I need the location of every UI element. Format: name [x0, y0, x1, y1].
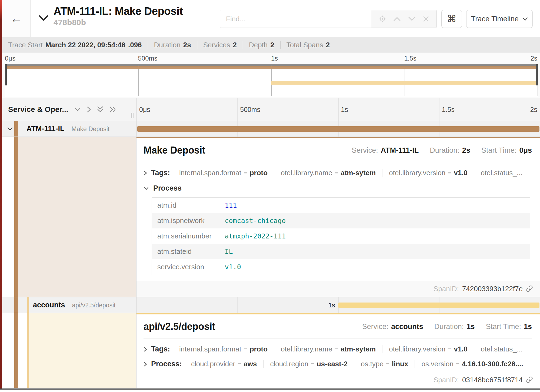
- span-row-accounts-name-cell[interactable]: accounts api/v2.5/deposit: [2, 297, 136, 313]
- tag-key: internal.span.format: [179, 169, 241, 177]
- find-group: [220, 10, 437, 28]
- chevron-right-icon[interactable]: [144, 170, 147, 176]
- process-tag-item: cloud.regionus-east-2: [263, 360, 354, 368]
- span-id-strip: SpanID: 03148be6751f8714: [136, 372, 540, 388]
- kv-key: service.version: [152, 259, 219, 275]
- copy-link-icon[interactable]: [526, 285, 533, 292]
- find-next-chevron-down-icon[interactable]: [408, 16, 416, 21]
- divider: [424, 147, 424, 154]
- kv-key: atm.id: [152, 198, 219, 213]
- detail-title: Make Deposit: [144, 145, 205, 156]
- tag-key: cloud.region: [270, 360, 308, 368]
- axis-tick-label: 1.5s: [442, 106, 455, 114]
- chevron-down-icon[interactable]: [144, 187, 149, 190]
- clear-find-close-icon[interactable]: [423, 16, 429, 22]
- kv-value: 111: [219, 198, 530, 213]
- depth-value: 2: [270, 41, 274, 49]
- column-resize-handle[interactable]: [131, 113, 134, 118]
- process-row[interactable]: Process: cloud.provideraws cloud.regionu…: [144, 360, 532, 368]
- divider: [280, 41, 281, 49]
- total-spans-value: 2: [326, 41, 330, 49]
- keyboard-shortcuts-button[interactable]: ⌘: [441, 10, 462, 28]
- process-section-header[interactable]: Process: [144, 184, 532, 192]
- tag-key: otel.library.name: [281, 345, 332, 353]
- tag-value: proto: [250, 169, 268, 177]
- tag-key: cloud.provider: [191, 360, 235, 368]
- chevron-right-icon[interactable]: [144, 347, 147, 352]
- divider: [480, 323, 480, 330]
- tag-value: atm-sytem: [341, 169, 376, 177]
- minimap-gridline: [271, 66, 272, 96]
- start-time-label: Start Time:: [486, 323, 521, 331]
- kv-key: atm.ispnetwork: [152, 213, 219, 228]
- equals-sign: [454, 360, 462, 368]
- start-time-value: 1s: [524, 323, 532, 331]
- tag-key: os.type: [361, 360, 384, 368]
- service-tint-background: [18, 137, 136, 297]
- start-time-label: Start Time:: [481, 146, 517, 155]
- service-color-bar: [14, 137, 18, 297]
- collapse-trace-chevron-down-icon[interactable]: [39, 15, 48, 22]
- timeline-gridline: [338, 98, 339, 121]
- duration-label: Duration:: [434, 323, 464, 331]
- minimap-canvas[interactable]: [5, 64, 538, 96]
- tags-row[interactable]: Tags: internal.span.formatproto otel.lib…: [144, 345, 532, 353]
- span-row-atm-name-cell[interactable]: ATM-111-IL Make Deposit: [2, 121, 136, 137]
- service-operation-label: Service & Oper...: [8, 105, 68, 114]
- operation-name: api/v2.5/deposit: [72, 302, 116, 309]
- services-value: 2: [233, 41, 236, 49]
- span-row-accounts-timeline-cell[interactable]: 1s: [136, 297, 540, 313]
- collapse-all-double-chevron-down-icon[interactable]: [97, 106, 104, 113]
- find-prev-chevron-up-icon[interactable]: [393, 16, 401, 21]
- tag-value: v1.0: [454, 345, 468, 353]
- tag-value: us-east-2: [317, 360, 348, 368]
- service-label: Service:: [352, 146, 378, 155]
- tag-key: otel.status_...: [481, 345, 523, 353]
- span-detail-accounts-panel: api/v2.5/deposit Service: accounts Durat…: [136, 313, 540, 388]
- tag-value: aws: [244, 360, 257, 368]
- span-row-accounts[interactable]: accounts api/v2.5/deposit 1s: [2, 297, 540, 313]
- minimap-left-scrub-handle[interactable]: [5, 64, 7, 85]
- expand-one-chevron-right-icon[interactable]: [87, 106, 91, 113]
- operation-name: Make Deposit: [72, 125, 110, 133]
- span-row-atm-timeline-cell[interactable]: [136, 121, 540, 137]
- trace-view-selector[interactable]: Trace Timeline: [466, 10, 533, 28]
- divider: [243, 41, 243, 49]
- span-table-header: Service & Oper... 0μs 500ms 1s 1.5s 2s: [2, 98, 540, 121]
- chevron-right-icon[interactable]: [144, 361, 147, 367]
- command-icon: ⌘: [447, 13, 456, 25]
- divider: [197, 41, 197, 49]
- collapse-children-chevron-down-icon[interactable]: [7, 127, 13, 131]
- table-row: atm.id 111: [152, 198, 530, 213]
- span-id-value: 03148be6751f8714: [462, 376, 523, 384]
- trace-header: ← ATM-111-IL: Make Deposit 478b80b: [2, 0, 540, 37]
- locate-target-icon[interactable]: [379, 15, 386, 23]
- service-tint-background: [29, 313, 136, 388]
- timeline-gridline: [439, 98, 439, 121]
- tag-item-truncated: otel.status_...: [474, 345, 529, 353]
- span-id-value: 742003393b122f7e: [462, 285, 523, 293]
- equals-sign: [384, 360, 392, 368]
- depth-label: Depth: [249, 41, 268, 49]
- services-label: Services: [203, 41, 230, 49]
- span-duration-bar-atm[interactable]: [137, 126, 539, 132]
- expand-all-double-chevron-right-icon[interactable]: [109, 106, 116, 113]
- copy-link-icon[interactable]: [526, 376, 533, 383]
- service-name: ATM-111-IL: [26, 125, 65, 133]
- kv-value: comcast-chicago: [219, 213, 530, 228]
- span-row-atm[interactable]: ATM-111-IL Make Deposit: [2, 121, 540, 137]
- tag-value: atm-sytem: [341, 345, 376, 353]
- back-button[interactable]: ←: [2, 0, 31, 37]
- span-duration-bar-accounts[interactable]: [338, 303, 540, 308]
- trace-start-ms: .096: [128, 41, 142, 49]
- tag-item: internal.span.formatproto: [173, 169, 274, 177]
- collapse-one-chevron-down-icon[interactable]: [74, 107, 81, 112]
- minimap-right-scrub-handle[interactable]: [536, 64, 538, 85]
- tags-row[interactable]: Tags: internal.span.formatproto otel.lib…: [144, 169, 532, 177]
- divider: [148, 41, 148, 49]
- page-title: ATM-111-IL: Make Deposit: [54, 5, 183, 17]
- tag-item: otel.library.versionv1.0: [382, 345, 474, 353]
- kv-key: atm.serialnumber: [152, 228, 219, 244]
- find-input[interactable]: [220, 10, 371, 28]
- duration-value: 2s: [462, 146, 470, 155]
